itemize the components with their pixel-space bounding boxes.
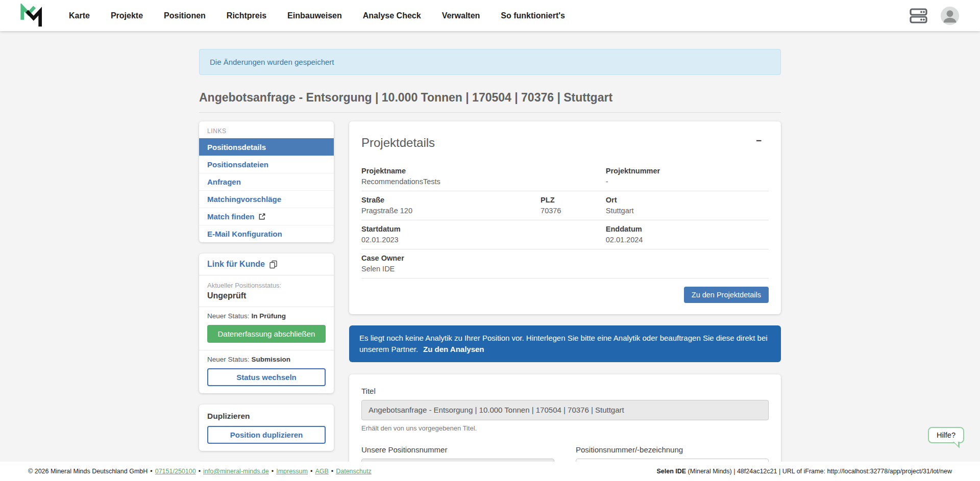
nav-item-verwalten[interactable]: Verwalten — [442, 11, 480, 20]
new-status-1: Neuer Status:In Prüfung — [199, 307, 334, 324]
analytics-banner: Es liegt noch keine Analytik zu Ihrer Po… — [349, 325, 781, 362]
sidebar-item-label: Match finden — [207, 212, 255, 221]
go-to-analyses-link[interactable]: Zu den Analysen — [423, 345, 484, 353]
new-status-prefix: Neuer Status: — [207, 312, 250, 320]
duplicate-card-title: Duplizieren — [199, 404, 334, 425]
sidebar-item-positionsdateien[interactable]: Positionsdateien — [199, 156, 334, 173]
page-title: Angebotsanfrage - Entsorgung | 10.000 To… — [199, 91, 781, 113]
field-label: Projektname — [361, 167, 606, 175]
nav-item-positionen[interactable]: Positionen — [164, 11, 206, 20]
sidebar-item-label: Positionsdateien — [207, 160, 268, 169]
bullet-separator: • — [310, 468, 312, 475]
switch-status-button[interactable]: Status wechseln — [207, 368, 326, 386]
help-button[interactable]: Hilfe? — [928, 427, 964, 443]
duplicate-position-button[interactable]: Position duplizieren — [207, 426, 326, 444]
field-value: Selen IDE — [361, 265, 769, 273]
page-content: Die Änderungen wurden gespeichert Angebo… — [199, 49, 781, 481]
field-label: Projektnummer — [606, 167, 769, 175]
footer-email-link[interactable]: info@mineral-minds.de — [203, 468, 269, 475]
field-value: Stuttgart — [606, 207, 769, 215]
project-row: Case Owner Selen IDE — [361, 249, 769, 279]
bullet-separator: • — [331, 468, 333, 475]
sidebar-item-email-konfiguration[interactable]: E-Mail Konfiguration — [199, 225, 334, 242]
collapse-minus-icon[interactable]: − — [749, 136, 769, 145]
footer-agb-link[interactable]: AGB — [315, 468, 328, 475]
footer-session-details: (Mineral Minds) | 48f24ac12c21 | URL of … — [686, 468, 952, 475]
custom-number-label: Positionsnummer/-bezeichnung — [576, 445, 769, 454]
complete-data-entry-button[interactable]: Datenerfassung abschließen — [207, 325, 326, 343]
nav-item-so-funktionierts[interactable]: So funktioniert's — [501, 11, 565, 20]
customer-link-label: Link für Kunde — [207, 260, 265, 269]
sidebar-item-positionsdetails[interactable]: Positionsdetails — [199, 138, 334, 156]
field-value: RecommendationsTests — [361, 178, 606, 186]
field-value: 02.01.2023 — [361, 236, 606, 244]
project-details-card: Projektdetails − Projektname Recommendat… — [349, 121, 781, 314]
sidebar-item-label: Positionsdetails — [207, 143, 266, 151]
links-card: LINKS Positionsdetails Positionsdateien … — [199, 121, 334, 242]
field-value: 02.01.2024 — [606, 236, 769, 244]
sidebar-item-matchingvorschlaege[interactable]: Matchingvorschläge — [199, 190, 334, 208]
external-link-icon — [258, 213, 266, 220]
footer-impressum-link[interactable]: Impressum — [276, 468, 308, 475]
titel-helper: Erhält den von uns vorgegebenen Titel. — [361, 424, 769, 432]
duplicate-card: Duplizieren Position duplizieren — [199, 404, 334, 451]
field-value: - — [606, 178, 769, 186]
sidebar: LINKS Positionsdetails Positionsdateien … — [199, 121, 334, 481]
user-avatar-icon[interactable] — [940, 6, 960, 26]
links-card-header: LINKS — [199, 121, 334, 138]
footer: © 2026 Mineral Minds Deutschland GmbH • … — [0, 462, 980, 481]
sidebar-item-label: Matchingvorschläge — [207, 195, 281, 204]
titel-input — [361, 400, 769, 420]
nav-item-analyse-check[interactable]: Analyse Check — [363, 11, 421, 20]
field-label: Straße — [361, 196, 541, 204]
analytics-banner-text: Es liegt noch keine Analytik zu Ihrer Po… — [359, 334, 768, 353]
nav-item-karte[interactable]: Karte — [69, 11, 90, 20]
field-value: Pragstraße 120 — [361, 207, 541, 215]
sidebar-item-anfragen[interactable]: Anfragen — [199, 173, 334, 190]
field-label: Ort — [606, 196, 769, 204]
sidebar-item-match-finden[interactable]: Match finden — [199, 208, 334, 225]
new-status-1-value: In Prüfung — [252, 312, 286, 320]
bullet-separator: • — [150, 468, 152, 475]
copy-icon[interactable] — [269, 260, 278, 269]
project-row: Straße Pragstraße 120 PLZ 70376 Ort Stut… — [361, 191, 769, 220]
sidebar-item-label: Anfragen — [207, 178, 241, 186]
app-header: Karte Projekte Positionen Richtpreis Ein… — [0, 0, 980, 31]
go-to-project-details-button[interactable]: Zu den Projektdetails — [684, 287, 769, 303]
titel-label: Titel — [361, 387, 769, 395]
saved-alert: Die Änderungen wurden gespeichert — [199, 49, 781, 75]
server-icon[interactable] — [910, 8, 928, 24]
logo-icon — [19, 4, 42, 28]
nav-item-projekte[interactable]: Projekte — [111, 11, 143, 20]
header-actions — [910, 6, 960, 26]
field-value: 70376 — [541, 207, 606, 215]
main-column: Projektdetails − Projektname Recommendat… — [349, 121, 781, 481]
new-status-2: Neuer Status:Submission — [199, 350, 334, 367]
main-nav: Karte Projekte Positionen Richtpreis Ein… — [69, 11, 565, 20]
project-row: Projektname RecommendationsTests Projekt… — [361, 162, 769, 191]
sidebar-item-label: E-Mail Konfiguration — [207, 230, 282, 238]
current-status-label: Aktueller Positionsstatus: — [207, 282, 326, 289]
footer-phone-link[interactable]: 07151/250100 — [155, 468, 196, 475]
footer-datenschutz-link[interactable]: Datenschutz — [336, 468, 371, 475]
bullet-separator: • — [272, 468, 274, 475]
footer-copyright: © 2026 Mineral Minds Deutschland GmbH — [28, 468, 148, 475]
our-number-label: Unsere Positionsnummer — [361, 445, 554, 454]
nav-item-einbauweisen[interactable]: Einbauweisen — [287, 11, 342, 20]
status-card: Link für Kunde Aktueller Positionsstatus… — [199, 254, 334, 393]
bullet-separator: • — [199, 468, 201, 475]
footer-session-info: Selen IDE (Mineral Minds) | 48f24ac12c21… — [656, 468, 952, 475]
mineral-minds-logo[interactable] — [19, 4, 42, 28]
project-details-title: Projektdetails — [361, 136, 435, 150]
new-status-2-value: Submission — [252, 356, 291, 363]
field-label: Case Owner — [361, 254, 769, 262]
new-status-prefix: Neuer Status: — [207, 356, 250, 363]
nav-item-richtpreis[interactable]: Richtpreis — [227, 11, 266, 20]
current-status-value: Ungeprüft — [207, 291, 326, 300]
field-label: Enddatum — [606, 225, 769, 233]
field-label: PLZ — [541, 196, 606, 204]
project-row: Startdatum 02.01.2023 Enddatum 02.01.202… — [361, 220, 769, 249]
footer-user-name: Selen IDE — [656, 468, 686, 475]
field-label: Startdatum — [361, 225, 606, 233]
customer-link[interactable]: Link für Kunde — [207, 260, 278, 269]
